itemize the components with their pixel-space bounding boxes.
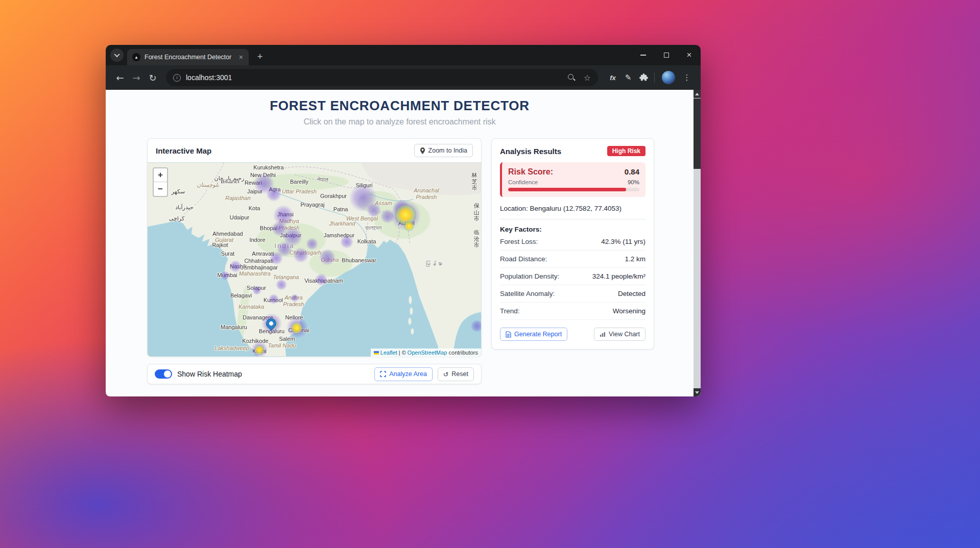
heatmap-blob bbox=[273, 205, 294, 226]
minimize-icon bbox=[640, 55, 646, 56]
page-title: FOREST ENCROACHMENT DETECTOR bbox=[106, 98, 694, 114]
scroll-down-icon bbox=[695, 391, 699, 394]
zoom-out-button[interactable]: − bbox=[154, 182, 167, 196]
minimize-button[interactable] bbox=[632, 45, 655, 65]
factor-label: Trend: bbox=[500, 307, 520, 315]
tab-strip[interactable]: ▲ Forest Encroachment Detector × + × bbox=[106, 45, 701, 65]
factor-row: Trend:Worsening bbox=[500, 303, 646, 320]
page-subtitle: Click on the map to analyze forest encro… bbox=[106, 117, 694, 127]
risk-heatmap-toggle[interactable] bbox=[155, 369, 172, 379]
heatmap-blob bbox=[272, 221, 287, 236]
omnibox[interactable]: i localhost:3001 ☆ bbox=[166, 69, 598, 86]
heatmap-blob bbox=[269, 294, 279, 304]
leaflet-map[interactable]: KurukshetraNew DelhiBikanerRewariBareill… bbox=[148, 162, 481, 357]
tab-close-icon[interactable]: × bbox=[237, 53, 245, 61]
attribution-suffix: contributors bbox=[449, 350, 478, 356]
confidence-label: Confidence bbox=[508, 179, 538, 185]
toggle-knob bbox=[164, 370, 171, 378]
reload-button[interactable]: ↻ bbox=[145, 69, 161, 86]
generate-report-button[interactable]: Generate Report bbox=[500, 328, 567, 341]
maximize-button[interactable] bbox=[655, 45, 678, 65]
toolbar-divider bbox=[654, 72, 655, 83]
scroll-thumb[interactable] bbox=[694, 98, 701, 169]
heatmap-blob bbox=[270, 252, 283, 265]
factor-row: Satellite Anomaly:Detected bbox=[500, 285, 646, 303]
factor-label: Population Density: bbox=[500, 272, 559, 280]
heatmap-blob bbox=[319, 249, 336, 265]
scroll-up-button[interactable] bbox=[694, 90, 701, 98]
factor-value: Detected bbox=[618, 290, 646, 297]
risk-score-label: Risk Score: bbox=[508, 167, 553, 177]
map-card-header: Interactive Map Zoom to India bbox=[148, 139, 481, 162]
risk-score-value: 0.84 bbox=[625, 167, 639, 176]
location-text: Location: Bengaluru (12.7582, 77.4053) bbox=[500, 205, 646, 219]
results-title: Analysis Results bbox=[500, 147, 561, 156]
map-pin-icon bbox=[420, 147, 425, 154]
tab-search-button[interactable] bbox=[110, 48, 124, 62]
heatmap-blob bbox=[315, 273, 327, 286]
tab-favicon: ▲ bbox=[132, 53, 140, 61]
leaflet-link[interactable]: Leaflet bbox=[380, 350, 397, 356]
bar-chart-icon bbox=[600, 332, 606, 337]
browser-window: ▲ Forest Encroachment Detector × + × ← →… bbox=[106, 45, 701, 396]
zoom-to-india-button[interactable]: Zoom to India bbox=[414, 144, 473, 157]
factor-label: Satellite Anomaly: bbox=[500, 290, 555, 297]
heatmap-blob bbox=[293, 247, 308, 263]
forward-button[interactable]: → bbox=[128, 69, 145, 86]
back-button[interactable]: ← bbox=[112, 69, 128, 86]
analyze-area-button[interactable]: Analyze Area bbox=[374, 367, 433, 381]
fx-extension-icon[interactable]: fx bbox=[605, 70, 620, 85]
close-window-button[interactable]: × bbox=[678, 45, 701, 65]
new-tab-button[interactable]: + bbox=[253, 49, 267, 64]
heatmap-blob bbox=[395, 204, 416, 226]
results-header: Analysis Results High Risk bbox=[500, 146, 646, 156]
heatmap-blob bbox=[380, 209, 395, 223]
heatmap-blob bbox=[393, 200, 410, 217]
window-controls: × bbox=[632, 45, 701, 65]
profile-avatar[interactable] bbox=[662, 71, 675, 84]
factor-value: 42.3% (11 yrs) bbox=[601, 238, 646, 245]
confidence-bar-fill bbox=[508, 188, 626, 191]
page-scrollbar[interactable] bbox=[694, 90, 701, 396]
site-info-icon[interactable]: i bbox=[173, 74, 181, 82]
menu-kebab-icon[interactable]: ⋮ bbox=[679, 70, 695, 85]
map-controls-card: Show Risk Heatmap Analyze Area ↺ Reset bbox=[147, 364, 482, 384]
view-chart-label: View Chart bbox=[609, 331, 640, 338]
risk-score-box: Risk Score: 0.84 Confidence 90% bbox=[500, 162, 646, 197]
factor-row: Road Distance:1.2 km bbox=[500, 251, 646, 268]
zoom-in-button[interactable]: + bbox=[154, 168, 167, 182]
chevron-down-icon bbox=[114, 52, 119, 57]
crop-area-icon bbox=[380, 371, 386, 377]
heatmap-blob bbox=[349, 184, 377, 212]
document-icon bbox=[506, 331, 511, 338]
heatmap-blob bbox=[291, 322, 303, 334]
leaflet-flag-icon bbox=[374, 351, 379, 355]
confidence-value: 90% bbox=[628, 179, 639, 185]
confidence-bar-track bbox=[508, 188, 639, 191]
extensions-puzzle-icon[interactable] bbox=[636, 70, 651, 85]
factor-value: 1.2 km bbox=[625, 255, 646, 263]
maximize-icon bbox=[664, 53, 669, 58]
heatmap-blob bbox=[266, 186, 281, 202]
tab-forest-encroachment-detector[interactable]: ▲ Forest Encroachment Detector × bbox=[127, 49, 249, 65]
url-text[interactable]: localhost:3001 bbox=[186, 73, 567, 82]
lens-search-icon[interactable] bbox=[567, 73, 576, 82]
openstreetmap-link[interactable]: OpenStreetMap bbox=[408, 350, 447, 356]
attribution-separator: | © bbox=[399, 350, 406, 356]
heatmap-blob bbox=[286, 317, 308, 338]
factor-row: Forest Loss:42.3% (11 yrs) bbox=[500, 233, 646, 251]
heatmap-blob bbox=[276, 279, 287, 290]
zoom-to-india-label: Zoom to India bbox=[428, 147, 467, 154]
bookmark-star-icon[interactable]: ☆ bbox=[584, 73, 591, 83]
reset-button[interactable]: ↺ Reset bbox=[438, 367, 474, 381]
pen-extension-icon[interactable]: ✎ bbox=[620, 70, 636, 85]
heatmap-blob bbox=[306, 238, 318, 250]
heatmap-blob bbox=[471, 320, 481, 332]
risk-level-badge: High Risk bbox=[607, 146, 646, 156]
heatmap-blob bbox=[251, 341, 268, 357]
puzzle-icon bbox=[639, 73, 648, 82]
heatmap-blob bbox=[390, 200, 421, 231]
heatmap-blob bbox=[252, 286, 261, 295]
view-chart-button[interactable]: View Chart bbox=[594, 328, 646, 341]
map-zoom-control: + − bbox=[153, 167, 168, 197]
